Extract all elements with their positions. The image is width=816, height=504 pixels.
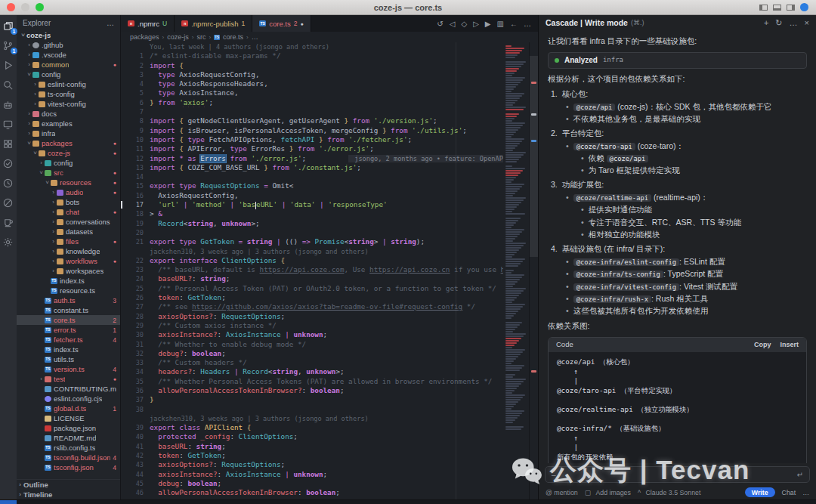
package-chip[interactable]: @coze/taro-api [573, 143, 635, 150]
tree-item-packages[interactable]: ˅packages● [17, 138, 120, 148]
add-images-button[interactable]: ▢ Add images [585, 489, 631, 496]
tree-item-vitest-config[interactable]: ›vitest-config [17, 99, 120, 109]
minimize-window-button[interactable] [21, 3, 29, 11]
tab-.npmrc[interactable]: n.npmrcU [121, 15, 175, 32]
breadcrumb[interactable]: packages›coze-js›src›TScore.ts›… [121, 32, 538, 42]
scrollbar-thumb[interactable] [530, 56, 538, 257]
tree-item-resources[interactable]: ˅resources● [17, 178, 120, 187]
toggle-panel-icon[interactable] [773, 5, 781, 11]
package-chip[interactable]: @coze-infra/ts-config [573, 271, 663, 278]
split-editor-icon[interactable]: ▥ [497, 20, 504, 28]
activity-jupyter[interactable] [2, 217, 14, 229]
zoom-window-button[interactable] [36, 3, 44, 11]
activity-disabled[interactable] [2, 197, 14, 209]
back-arrow-icon[interactable]: ← [510, 20, 518, 28]
tree-item-config[interactable]: ˅config [17, 70, 120, 79]
cascade-input[interactable]: – ↵ [545, 466, 810, 483]
tree-item-.vscode[interactable]: ›.vscode [17, 50, 120, 60]
package-chip[interactable]: @coze-infra/eslint-config [573, 258, 679, 266]
package-chip[interactable]: @coze/realtime-api [573, 194, 651, 202]
tree-item-coze-js[interactable]: ˅coze-js● [17, 148, 120, 158]
tree-item-docs[interactable]: ›docs [17, 109, 120, 119]
nav-back-icon[interactable]: ◁ [450, 20, 456, 28]
breadcrumb-segment[interactable]: coze-js [167, 33, 189, 41]
tree-item-global.d.ts[interactable]: TSglobal.d.ts1 [17, 404, 120, 413]
nav-dot-icon[interactable]: ◇ [461, 20, 467, 28]
tree-item-eslint-config[interactable]: ›eslint-config [17, 79, 120, 89]
tree-item-core.ts[interactable]: TScore.ts2 [17, 315, 120, 325]
package-chip[interactable]: @coze-infra/rush-x [573, 295, 651, 303]
code-editor[interactable]: You, last week | 4 authors (jsongo and o… [121, 42, 538, 499]
tree-item-index.ts[interactable]: TSindex.ts [17, 276, 120, 286]
activity-ai-assistant[interactable] [2, 99, 14, 111]
tree-item-workflows[interactable]: ›workflows● [17, 256, 120, 266]
tree-item-LICENSE[interactable]: LICENSE [17, 413, 120, 423]
package-chip[interactable]: @coze/api [607, 155, 649, 162]
activity-remote-window[interactable] [2, 119, 14, 131]
tree-item-audio[interactable]: ›audio● [17, 187, 120, 197]
tree-item-utils.ts[interactable]: TSutils.ts [17, 354, 120, 364]
tree-item-config[interactable]: ›config [17, 158, 120, 168]
activity-check-status[interactable] [2, 158, 14, 170]
package-chip[interactable]: @coze/api [573, 104, 616, 111]
assistant-status-icon[interactable] [800, 3, 808, 11]
tree-item-auth.ts[interactable]: TSauth.ts3 [17, 295, 120, 305]
run-file-icon[interactable]: ▶ [485, 20, 491, 28]
explorer-more-icon[interactable]: … [107, 19, 114, 27]
mention-button[interactable]: @ mention [546, 489, 578, 496]
breadcrumb-segment[interactable]: packages [130, 33, 159, 41]
tree-item-test[interactable]: ›test● [17, 374, 120, 384]
nav-forward-icon[interactable]: ▷ [473, 20, 479, 28]
tree-item-datasets[interactable]: ›datasets [17, 227, 120, 237]
conversation-history-icon[interactable]: ↻ [775, 18, 782, 28]
copy-button[interactable]: Copy [754, 341, 771, 350]
tree-item-infra[interactable]: ›infra [17, 128, 120, 138]
activity-settings[interactable] [2, 237, 14, 249]
package-chip[interactable]: @coze-infra/vitest-config [573, 283, 679, 291]
tree-item-constant.ts[interactable]: TSconstant.ts [17, 305, 120, 315]
activity-explorer[interactable]: 1 [2, 20, 14, 32]
tree-item-README.md[interactable]: README.md [17, 433, 120, 443]
activity-history[interactable] [2, 178, 14, 190]
tree-item-error.ts[interactable]: TSerror.ts1 [17, 325, 120, 335]
chat-mode-button[interactable]: Chat [782, 489, 796, 496]
tree-item-knowledge[interactable]: ›knowledge [17, 246, 120, 256]
insert-button[interactable]: Insert [780, 341, 799, 350]
tree-item-src[interactable]: ˅src● [17, 168, 120, 178]
tree-item-bots[interactable]: ›bots [17, 197, 120, 207]
remote-indicator[interactable] [0, 500, 17, 504]
more-actions-icon[interactable]: … [524, 20, 531, 28]
tree-item-package.json[interactable]: package.json [17, 423, 120, 433]
tree-item-chat[interactable]: ›chat● [17, 207, 120, 217]
tree-item-conversations[interactable]: ›conversations [17, 217, 120, 227]
tab-core.ts[interactable]: TScore.ts2● [252, 15, 311, 32]
tree-item-coze-js[interactable]: ˅coze-js [17, 30, 120, 40]
minimap[interactable] [503, 42, 529, 499]
breadcrumb-segment[interactable]: src [196, 33, 206, 41]
tree-item-index.ts[interactable]: TSindex.ts [17, 345, 120, 354]
breadcrumb-file[interactable]: core.ts [223, 33, 243, 41]
breadcrumb-more[interactable]: … [252, 33, 258, 41]
tree-item-rslib.config.ts[interactable]: TSrslib.config.ts [17, 443, 120, 453]
tree-item-eslint.config.cjs[interactable]: eslint.config.cjs [17, 394, 120, 404]
mode-more-button[interactable]: … [802, 489, 809, 496]
outline-section[interactable]: ›Outline [17, 480, 120, 490]
tree-item-workspaces[interactable]: ›workspaces [17, 266, 120, 276]
timeline-section[interactable]: ›Timeline [17, 490, 120, 499]
activity-source-control[interactable]: 1 [2, 40, 14, 52]
tree-item-fetcher.ts[interactable]: TSfetcher.ts4 [17, 335, 120, 345]
tree-item-CONTRIBUTING.md[interactable]: CONTRIBUTING.md [17, 384, 120, 394]
analyzed-status[interactable]: Analyzedinfra [548, 52, 807, 69]
close-window-button[interactable] [7, 3, 15, 11]
tab-.npmrc-publish[interactable]: n.npmrc-publish1 [175, 15, 252, 32]
tree-item-version.ts[interactable]: TSversion.ts4 [17, 364, 120, 374]
new-conversation-icon[interactable]: + [764, 18, 768, 28]
more-options-icon[interactable]: … [790, 18, 798, 28]
toggle-primary-sidebar-icon[interactable] [759, 5, 768, 11]
tree-item-resource.ts[interactable]: TSresource.ts [17, 286, 120, 295]
tree-item-examples[interactable]: ›examples [17, 119, 120, 128]
write-mode-button[interactable]: Write [745, 487, 775, 497]
tree-item-.github[interactable]: ›.github [17, 40, 120, 50]
activity-extensions[interactable] [2, 138, 14, 150]
tree-item-tsconfig.build.json[interactable]: TStsconfig.build.json4 [17, 453, 120, 462]
